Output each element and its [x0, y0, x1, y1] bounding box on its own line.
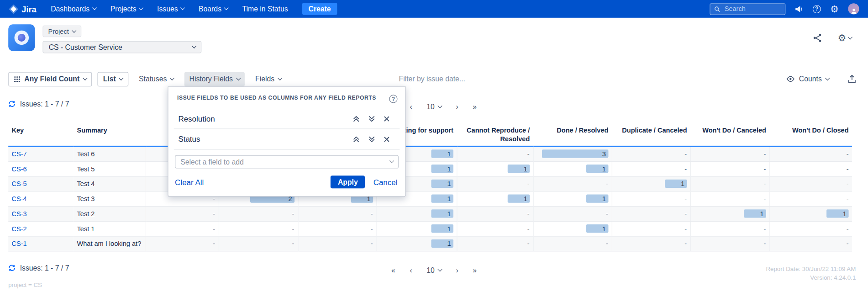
announcement-icon[interactable] [795, 5, 803, 13]
nav-item-time-in-status[interactable]: Time in Status [242, 5, 288, 13]
fields-dropdown[interactable]: Fields [250, 72, 286, 86]
count-cell: 3 [533, 146, 612, 161]
count-cell: - [612, 191, 690, 207]
pagination-first[interactable]: « [391, 266, 395, 274]
pagination-next[interactable]: › [456, 102, 458, 111]
count-bar: 1 [431, 210, 453, 218]
move-to-bottom-icon[interactable] [368, 115, 375, 122]
column-header[interactable]: Done / Resolved [533, 123, 612, 146]
count-cell: 1 [457, 191, 533, 207]
pagination-page-size[interactable]: 10 [426, 102, 442, 111]
issue-summary: Test 4 [74, 176, 146, 191]
create-button[interactable]: Create [302, 3, 337, 15]
issue-summary: Test 3 [74, 191, 146, 207]
count-cell: - [219, 221, 298, 236]
count-bar: 1 [586, 224, 608, 233]
nav-item-projects[interactable]: Projects [110, 5, 143, 13]
issue-key-link[interactable]: CS-2 [11, 225, 26, 233]
pagination-last[interactable]: » [473, 266, 477, 274]
count-cell: 1 [376, 221, 457, 236]
history-fields-label: History Fields [189, 75, 233, 83]
chevron-down-icon [438, 103, 442, 107]
help-icon[interactable]: ? [813, 5, 821, 13]
column-header[interactable]: Won't Do / Canceled [690, 123, 769, 146]
table-row: CS-2Test 1---1-1--- [8, 221, 852, 236]
jira-logo-icon [9, 4, 18, 14]
project-select-value: CS - Customer Service [49, 43, 122, 51]
counts-dropdown[interactable]: Counts [781, 72, 834, 86]
pagination-page-size[interactable]: 10 [426, 266, 442, 274]
report-settings-gear-icon[interactable]: ⚙ [838, 33, 852, 43]
column-header[interactable]: Won't Do / Closed [769, 123, 852, 146]
history-fields-dropdown[interactable]: History Fields [184, 72, 245, 86]
count-cell: - [690, 161, 769, 176]
help-circle-icon[interactable]: ? [389, 95, 397, 103]
chevron-down-icon [224, 5, 228, 10]
nav-item-boards[interactable]: Boards [199, 5, 228, 13]
jira-logo[interactable]: Jira [9, 4, 36, 14]
issue-key-link[interactable]: CS-6 [11, 165, 26, 173]
search-input[interactable] [723, 5, 781, 13]
count-bar: 1 [664, 180, 686, 188]
project-avatar-ring [15, 31, 29, 45]
pagination-last[interactable]: » [473, 102, 477, 111]
chevron-down-icon [139, 5, 143, 10]
issue-key-link[interactable]: CS-1 [11, 240, 26, 248]
view-type-button[interactable]: List [98, 72, 128, 86]
toolbar-right: Counts [781, 72, 856, 86]
project-type-button[interactable]: Project [42, 26, 81, 37]
nav-item-dashboards[interactable]: Dashboards [51, 5, 96, 13]
nav-item-label: Issues [157, 5, 178, 13]
fields-label: Fields [255, 75, 274, 83]
count-cell: 1 [612, 176, 690, 191]
version-text: Version: 4.24.0.1 [766, 273, 856, 282]
move-to-top-icon[interactable] [352, 135, 360, 143]
nav-item-issues[interactable]: Issues [157, 5, 184, 13]
column-header[interactable]: Summary [74, 123, 146, 146]
cancel-link[interactable]: Cancel [374, 178, 398, 186]
chevron-down-icon [236, 76, 240, 80]
clear-all-link[interactable]: Clear All [175, 178, 204, 186]
statuses-label: Statuses [139, 75, 167, 83]
chevron-down-icon [83, 76, 87, 80]
column-header[interactable]: Key [8, 123, 74, 146]
issue-key-link[interactable]: CS-4 [11, 195, 26, 202]
remove-field-icon[interactable] [384, 116, 389, 122]
table-row: CS-6Test 5---111--- [8, 161, 852, 176]
move-to-bottom-icon[interactable] [368, 135, 375, 143]
export-icon[interactable] [848, 75, 856, 83]
issue-summary: Test 1 [74, 221, 146, 236]
column-header[interactable]: Duplicate / Canceled [612, 123, 690, 146]
count-cell: - [769, 236, 852, 251]
remove-field-icon[interactable] [384, 136, 389, 142]
share-icon[interactable] [813, 33, 822, 43]
search-box[interactable] [710, 3, 785, 15]
issue-key-link[interactable]: CS-5 [11, 180, 26, 188]
add-field-select[interactable]: Select a field to add [175, 155, 399, 168]
project-select[interactable]: CS - Customer Service [42, 41, 201, 53]
admin-gear-icon[interactable]: ⚙ [830, 4, 838, 14]
issue-date-filter[interactable]: Filter by issue date... [399, 75, 465, 83]
issue-key-link[interactable]: CS-3 [11, 210, 26, 218]
count-cell: - [690, 236, 769, 251]
pagination-prev[interactable]: ‹ [410, 266, 412, 274]
issue-key-link[interactable]: CS-7 [11, 150, 26, 158]
count-cell: 1 [457, 161, 533, 176]
count-cell: - [690, 191, 769, 207]
apply-button[interactable]: Apply [331, 175, 365, 188]
column-header[interactable]: Cannot Reproduce / Resolved [457, 123, 533, 146]
grid-icon [14, 75, 21, 82]
count-cell: - [690, 176, 769, 191]
popup-title: ISSUE FIELDS TO BE USED AS COLUMNS FOR A… [177, 95, 376, 101]
statuses-dropdown[interactable]: Statuses [134, 72, 179, 86]
navbar-right: ? ⚙ [710, 3, 859, 15]
count-cell: - [457, 146, 533, 161]
user-avatar[interactable] [848, 3, 859, 14]
report-type-button[interactable]: Any Field Count [8, 72, 92, 86]
pagination-next[interactable]: › [456, 266, 458, 274]
query-text: project = CS [8, 282, 42, 288]
pagination-prev[interactable]: ‹ [410, 102, 412, 111]
toolbar-left: Any Field Count List Statuses History Fi… [8, 72, 286, 86]
move-to-top-icon[interactable] [352, 115, 360, 122]
issue-summary: Test 2 [74, 206, 146, 221]
